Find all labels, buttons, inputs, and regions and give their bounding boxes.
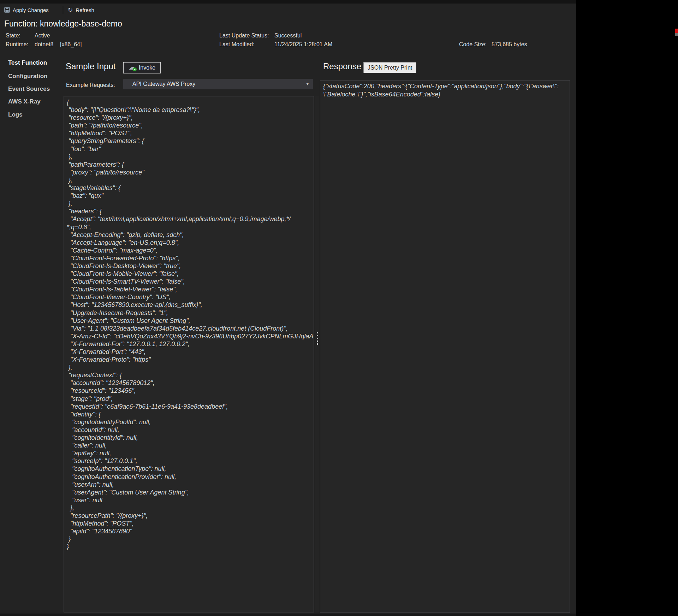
invoke-button[interactable]: ☁ Invoke [123, 62, 161, 73]
refresh-button[interactable]: ↻ Refresh [68, 4, 94, 16]
response-textarea[interactable]: {"statusCode":200,"headers":{"Content-Ty… [320, 80, 570, 613]
last-update-status-value: Successful [274, 32, 302, 39]
last-modified-label: Last Modified: [219, 41, 255, 48]
focused-overlay-border [90, 0, 574, 2]
runtime-arch: [x86_64] [60, 41, 82, 48]
edge-red-marker [675, 29, 678, 33]
bottom-strip [0, 614, 576, 616]
json-pretty-print-button[interactable]: JSON Pretty Print [363, 62, 416, 73]
example-requests-selected: API Gateway AWS Proxy [132, 81, 195, 87]
sample-input-textarea[interactable]: { "body": "{\"Question\":\"Nome da empre… [64, 96, 314, 612]
chevron-down-icon: ▾ [306, 81, 309, 87]
toolbar-separator [63, 6, 63, 14]
sidebar-item-configuration[interactable]: Configuration [8, 73, 47, 80]
sample-input-title: Sample Input [66, 61, 115, 71]
last-modified-value: 11/24/2025 1:28:01 AM [274, 41, 332, 48]
splitter-grip-icon [317, 332, 318, 345]
refresh-icon: ↻ [68, 7, 73, 13]
app-window: Apply Changes ↻ Refresh Function: knowle… [0, 0, 678, 616]
example-requests-dropdown[interactable]: API Gateway AWS Proxy ▾ [123, 79, 313, 89]
save-icon [4, 7, 10, 13]
apply-changes-button[interactable]: Apply Changes [4, 4, 49, 16]
runtime-label: Runtime: [6, 41, 28, 48]
sidebar-item-aws-x-ray[interactable]: AWS X-Ray [8, 98, 41, 105]
edge-gray-marker [675, 33, 678, 36]
panel-splitter[interactable] [315, 96, 320, 612]
state-value: Active [35, 32, 50, 39]
refresh-label: Refresh [76, 7, 94, 13]
invoke-label: Invoke [139, 65, 155, 71]
response-title: Response [323, 61, 361, 71]
sidebar-item-test-function[interactable]: Test Function [8, 59, 47, 66]
sidebar-item-event-sources[interactable]: Event Sources [8, 85, 50, 93]
cloud-upload-icon: ☁ [129, 65, 136, 71]
runtime-value: dotnet8 [35, 41, 53, 48]
apply-changes-label: Apply Changes [13, 7, 49, 13]
code-size-value: 573,685 bytes [492, 41, 527, 48]
page-title: Function: knowledge-base-demo [4, 19, 122, 29]
state-label: State: [6, 32, 20, 39]
sidebar-item-logs[interactable]: Logs [8, 111, 23, 118]
code-size-label: Code Size: [459, 41, 487, 48]
toolbar: Apply Changes ↻ Refresh [0, 4, 576, 16]
last-update-status-label: Last Update Status: [219, 32, 269, 39]
example-requests-label: Example Requests: [66, 82, 115, 88]
